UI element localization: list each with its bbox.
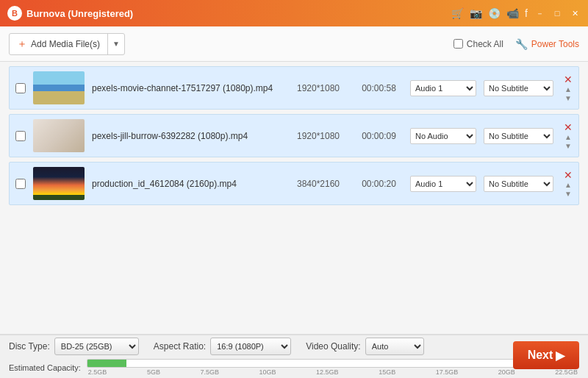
- tick-0: 2.5GB: [88, 368, 107, 376]
- plus-icon: ＋: [17, 38, 27, 51]
- add-media-main[interactable]: ＋ Add Media File(s): [10, 34, 108, 54]
- audio-dropdown-2[interactable]: No Audio Audio 1: [410, 128, 476, 144]
- resolution-1: 1920*1080: [289, 83, 348, 93]
- tick-4: 12.5GB: [316, 368, 339, 376]
- capacity-ticks: 2.5GB 5GB 7.5GB 10GB 12.5GB 15GB 17.5GB …: [87, 368, 579, 376]
- remove-button-1[interactable]: ✕: [564, 74, 573, 85]
- row-actions-2: ✕ ▲ ▼: [564, 122, 573, 150]
- next-label: Next: [528, 349, 553, 362]
- tick-6: 17.5GB: [436, 368, 459, 376]
- aspect-ratio-label: Aspect Ratio:: [154, 341, 206, 352]
- check-all-label: Check All: [467, 39, 503, 49]
- resolution-2: 1920*1080: [289, 131, 348, 141]
- row-checkbox-2[interactable]: [15, 131, 26, 141]
- power-tools-button[interactable]: 🔧 Power Tools: [515, 38, 579, 50]
- audio-select-1[interactable]: Audio 1 No Audio: [410, 80, 476, 96]
- remove-button-2[interactable]: ✕: [564, 122, 573, 132]
- video-icon[interactable]: 📹: [506, 7, 519, 19]
- main-content: pexels-movie-channet-17517297 (1080p).mp…: [0, 62, 588, 334]
- bottom-area: Disc Type: BD-25 (25GB) BD-50 (50GB) DVD…: [0, 334, 588, 378]
- maximize-button[interactable]: □: [551, 7, 563, 19]
- table-row: pexels-jill-burrow-6392282 (1080p).mp4 1…: [9, 114, 579, 157]
- thumbnail-3: [33, 167, 85, 200]
- bottom-controls: Disc Type: BD-25 (25GB) BD-50 (50GB) DVD…: [9, 338, 579, 355]
- move-up-button-1[interactable]: ▲: [564, 86, 572, 93]
- tick-2: 7.5GB: [200, 368, 219, 376]
- row-checkbox-3[interactable]: [15, 179, 26, 189]
- wrench-icon: 🔧: [515, 38, 528, 50]
- duration-3: 00:00:20: [355, 179, 403, 189]
- app-title: Burnova (Unregistered): [26, 8, 133, 19]
- table-row: production_id_4612084 (2160p).mp4 3840*2…: [9, 162, 579, 205]
- thumbnail-1: [33, 71, 85, 104]
- tick-8: 22.5GB: [555, 368, 578, 376]
- subtitle-select-2[interactable]: No Subtitle: [484, 128, 553, 144]
- estimated-capacity-label: Estimated Capacity:: [9, 363, 81, 372]
- next-button[interactable]: Next ▶: [513, 341, 579, 369]
- toolbar: ＋ Add Media File(s) ▼ Check All 🔧 Power …: [0, 26, 588, 62]
- cart-icon[interactable]: 🛒: [451, 7, 464, 19]
- video-quality-field: Video Quality: Auto High Medium Low: [306, 338, 424, 355]
- tick-5: 15GB: [379, 368, 395, 376]
- duration-1: 00:00:58: [355, 83, 403, 93]
- title-bar-icons: 🛒 📷 💿 📹 f － □ ✕: [451, 7, 581, 19]
- resolution-3: 3840*2160: [289, 179, 348, 189]
- subtitle-dropdown-2[interactable]: No Subtitle: [484, 128, 553, 144]
- title-bar-left: B Burnova (Unregistered): [7, 6, 133, 21]
- move-down-button-1[interactable]: ▼: [564, 95, 572, 102]
- facebook-icon[interactable]: f: [525, 7, 528, 19]
- disc-type-field: Disc Type: BD-25 (25GB) BD-50 (50GB) DVD…: [9, 338, 139, 355]
- tick-7: 20GB: [498, 368, 515, 376]
- remove-button-3[interactable]: ✕: [564, 170, 573, 180]
- disc-icon[interactable]: 💿: [488, 7, 501, 19]
- disc-type-label: Disc Type:: [9, 341, 50, 352]
- subtitle-dropdown-1[interactable]: No Subtitle: [484, 80, 553, 96]
- title-bar: B Burnova (Unregistered) 🛒 📷 💿 📹 f － □ ✕: [0, 0, 588, 26]
- next-button-wrapper: Next ▶: [513, 341, 579, 369]
- move-down-button-2[interactable]: ▼: [564, 143, 572, 150]
- subtitle-select-3[interactable]: No Subtitle: [484, 176, 553, 192]
- aspect-ratio-select[interactable]: 16:9 (1080P) 4:3 16:9 (4K): [210, 338, 291, 355]
- video-quality-label: Video Quality:: [306, 341, 361, 352]
- filename-1: pexels-movie-channet-17517297 (1080p).mp…: [92, 83, 282, 93]
- subtitle-select-1[interactable]: No Subtitle: [484, 80, 553, 96]
- tick-1: 5GB: [147, 368, 160, 376]
- audio-select-2[interactable]: No Audio Audio 1: [410, 128, 476, 144]
- toolbar-right: Check All 🔧 Power Tools: [453, 38, 579, 50]
- row-actions-1: ✕ ▲ ▼: [564, 74, 573, 102]
- close-button[interactable]: ✕: [569, 7, 581, 19]
- disc-type-select[interactable]: BD-25 (25GB) BD-50 (50GB) DVD-5 (4.7GB) …: [54, 338, 139, 355]
- app-logo: B: [7, 6, 22, 21]
- audio-dropdown-1[interactable]: Audio 1 No Audio: [410, 80, 476, 96]
- aspect-ratio-field: Aspect Ratio: 16:9 (1080P) 4:3 16:9 (4K): [154, 338, 291, 355]
- row-checkbox-1[interactable]: [15, 83, 26, 93]
- filename-3: production_id_4612084 (2160p).mp4: [92, 179, 282, 189]
- filename-2: pexels-jill-burrow-6392282 (1080p).mp4: [92, 131, 282, 141]
- add-media-label: Add Media File(s): [31, 39, 100, 49]
- capacity-row: Estimated Capacity: 2.5GB 5GB 7.5GB 10GB…: [9, 359, 579, 376]
- capacity-bar: [87, 359, 579, 368]
- audio-select-3[interactable]: Audio 1 No Audio: [410, 176, 476, 192]
- audio-dropdown-3[interactable]: Audio 1 No Audio: [410, 176, 476, 192]
- tick-3: 10GB: [259, 368, 276, 376]
- add-media-dropdown-arrow[interactable]: ▼: [108, 34, 124, 54]
- thumbnail-2: [33, 119, 85, 152]
- camera-icon[interactable]: 📷: [470, 7, 482, 19]
- capacity-fill: [87, 360, 126, 367]
- capacity-bar-section: 2.5GB 5GB 7.5GB 10GB 12.5GB 15GB 17.5GB …: [87, 359, 579, 376]
- row-actions-3: ✕ ▲ ▼: [564, 170, 573, 198]
- move-down-button-3[interactable]: ▼: [564, 190, 572, 198]
- check-all-control[interactable]: Check All: [453, 39, 503, 49]
- duration-2: 00:00:09: [355, 131, 403, 141]
- video-quality-select[interactable]: Auto High Medium Low: [365, 338, 424, 355]
- next-arrow-icon: ▶: [556, 349, 564, 363]
- move-up-button-3[interactable]: ▲: [564, 182, 572, 189]
- power-tools-label: Power Tools: [531, 39, 579, 49]
- table-row: pexels-movie-channet-17517297 (1080p).mp…: [9, 66, 579, 110]
- subtitle-dropdown-3[interactable]: No Subtitle: [484, 176, 553, 192]
- check-all-checkbox[interactable]: [453, 39, 463, 49]
- move-up-button-2[interactable]: ▲: [564, 134, 572, 141]
- minimize-button[interactable]: －: [534, 7, 545, 19]
- add-media-button[interactable]: ＋ Add Media File(s) ▼: [9, 33, 125, 55]
